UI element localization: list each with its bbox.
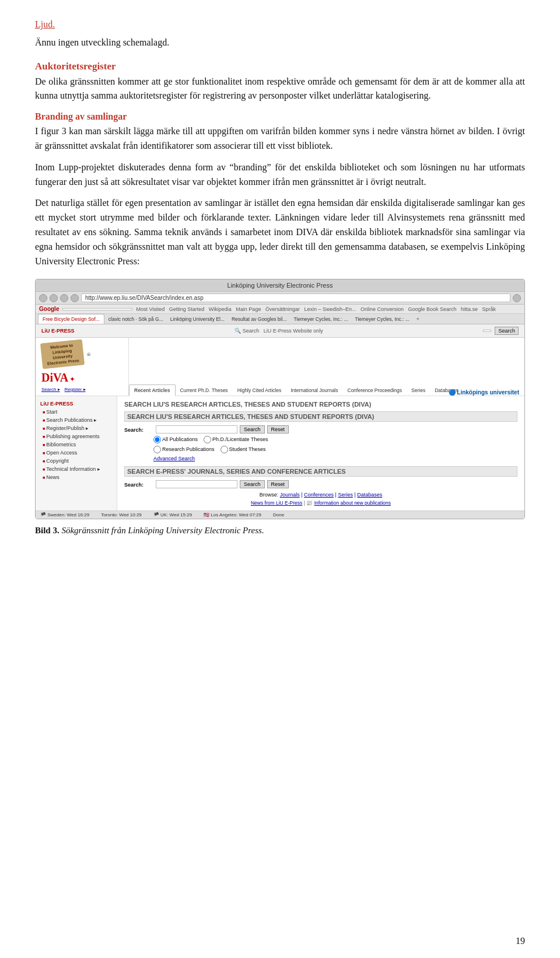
radio-all-pubs[interactable]: All Publications xyxy=(153,436,198,443)
browse-conferences[interactable]: Conferences xyxy=(304,492,334,498)
authority-heading: Auktoritetsregister xyxy=(35,61,525,72)
radio-group-1: All Publications Ph.D./Licentiate Theses xyxy=(153,436,517,443)
browser-back-btn[interactable] xyxy=(39,294,47,302)
sidebar-item-search[interactable]: Search Publications ▸ xyxy=(36,416,117,424)
tab-recent[interactable]: Recent Articles xyxy=(129,384,176,396)
sidebar-section-liu-ep: LiU E-PRESS xyxy=(36,400,117,408)
page-number: 19 xyxy=(516,936,525,946)
radio-student-theses[interactable]: Student Theses xyxy=(220,446,266,453)
search-header-btn[interactable]: Search xyxy=(495,327,519,335)
diva-star: ✦ xyxy=(69,375,75,383)
diva-logo: DiVA xyxy=(41,371,68,384)
google-label: Google xyxy=(39,306,59,312)
radio-group-2: Research Publications Student Theses xyxy=(153,446,517,453)
figure-caption: Bild 3. Sökgränssnitt från Linköping Uni… xyxy=(35,524,525,537)
tab-tiemeyer2[interactable]: Tiemeyer Cycles, Inc.: ... xyxy=(352,314,412,324)
search-link[interactable]: Search ▸ xyxy=(41,387,60,392)
figure-caption-bold: Bild 3. xyxy=(35,526,60,535)
tab-liu-el[interactable]: Linköping University El... xyxy=(167,314,228,324)
sidebar-item-technical[interactable]: Technical Information ▸ xyxy=(36,465,117,473)
sidebar-item-start[interactable]: Start xyxy=(36,408,117,416)
status-sweden: 🏴 Sweden: Wed 16:29 xyxy=(40,512,89,518)
search-title-main: SEARCH LIU'S RESEARCH ARTICLES, THESES A… xyxy=(124,401,517,408)
status-done: Done xyxy=(273,512,284,518)
main-heading: Ännu ingen utveckling schemalagd. xyxy=(35,36,525,50)
browser-toolbar: http://www.ep.liu.se/DIVASearch/index.en… xyxy=(36,292,524,305)
reset-btn-2[interactable]: Reset xyxy=(267,480,289,488)
browser-url-bar[interactable]: http://www.ep.liu.se/DIVASearch/index.en… xyxy=(81,293,510,302)
search-row-2: Search: Search Reset xyxy=(124,480,517,488)
university-icon: 🏛 xyxy=(87,352,91,356)
browser-content: LiU E-PRESS 🔍 Search LiU E-Press Website… xyxy=(36,324,524,518)
sidebar-item-news[interactable]: News xyxy=(36,473,117,481)
tab-resultat[interactable]: Resultat av Googles bil... xyxy=(229,314,290,324)
tab-clavic[interactable]: clavic notch · Sök på G... xyxy=(106,314,166,324)
search-box-header[interactable] xyxy=(483,330,491,332)
top-link[interactable]: Ljud. xyxy=(35,19,55,29)
status-toronto: Toronto: Wed 10:29 xyxy=(101,512,142,518)
tab-journals[interactable]: International Journals xyxy=(286,385,342,396)
liu-search-note: 🔍 Search LiU E-Press Website only xyxy=(235,328,323,334)
welcome-badge: Welcome toLinköping UniversityElectronic… xyxy=(40,340,85,370)
radio-phd-theses[interactable]: Ph.D./Licentiate Theses xyxy=(204,436,268,443)
search-input-1[interactable] xyxy=(156,425,237,433)
figure-caption-text: Sökgränssnitt från Linköping University … xyxy=(60,526,264,535)
branding-para1: I figur 3 kan man särskilt lägga märke t… xyxy=(35,124,525,153)
tab-tiemeyer[interactable]: Tiemeyer Cycles, Inc.: ... xyxy=(290,314,351,324)
search-btn-1[interactable]: Search xyxy=(240,425,265,433)
browse-journals[interactable]: Journals xyxy=(280,492,300,498)
status-uk: 🏴 UK: Wed 15:29 xyxy=(153,512,192,518)
advanced-search-link[interactable]: Advanced Search xyxy=(153,456,517,461)
branding-para2: Inom Lupp-projektet diskuterades denna f… xyxy=(35,160,525,190)
browse-links: Journals | Conferences | Series | Databa… xyxy=(280,492,383,498)
sidebar-item-copyright[interactable]: Copyright xyxy=(36,457,117,465)
browser-refresh-btn[interactable] xyxy=(60,294,68,302)
sidebar-item-publishing[interactable]: Publishing agreements xyxy=(36,432,117,440)
browse-row: Browse: Journals | Conferences | Series … xyxy=(124,492,517,498)
sidebar-item-bibliometrics[interactable]: Bibliometrics xyxy=(36,440,117,449)
tab-liu-ep[interactable]: Free Bicycle Design Sof... xyxy=(38,314,104,324)
tab-add[interactable]: + xyxy=(414,314,422,324)
reset-btn-1[interactable]: Reset xyxy=(267,425,289,433)
search-btn-2[interactable]: Search xyxy=(240,480,265,488)
browser-go-btn[interactable] xyxy=(513,294,521,302)
search-label-2: Search: xyxy=(124,481,153,488)
search-label: Search: xyxy=(124,426,153,433)
authority-body: De olika gränssnitten kommer att ge stor… xyxy=(35,75,525,104)
authority-section: Auktoritetsregister De olika gränssnitte… xyxy=(35,61,525,104)
browser-home-btn[interactable] xyxy=(71,294,79,302)
bookmarks-bar: Most Visited Getting Started Wikipedia M… xyxy=(136,306,496,312)
branding-section: Branding av samlingar I figur 3 kan man … xyxy=(35,111,525,268)
browser-forward-btn[interactable] xyxy=(50,294,58,302)
info-link[interactable]: Information about new publications xyxy=(314,500,391,506)
search-row-1: Search: Search Reset xyxy=(124,425,517,433)
radio-research-pubs[interactable]: Research Publications xyxy=(153,446,215,453)
branding-heading: Branding av samlingar xyxy=(35,111,525,122)
browser-screenshot: Linköping University Electronic Press ht… xyxy=(35,279,525,519)
sidebar-item-register[interactable]: Register/Publish ▸ xyxy=(36,424,117,432)
search-section1-title: SEARCH LIU'S RESEARCH ARTICLES, THESES A… xyxy=(124,411,517,422)
browse-label: Browse: xyxy=(260,492,279,498)
status-bar: 🏴 Sweden: Wed 16:29 Toronto: Wed 10:29 🏴… xyxy=(36,511,524,519)
status-la: 🇺🇸 Los Angeles: Wed 07:29 xyxy=(204,512,261,518)
tab-cited[interactable]: Highly Cited Articles xyxy=(233,385,286,396)
liu-ep-label: LiU E-PRESS xyxy=(41,328,75,334)
liu-uni-logo: 🔵 Linköpings universitet xyxy=(449,389,519,396)
tab-conference[interactable]: Conference Proceedings xyxy=(343,385,407,396)
search-section2-title: SEARCH E-PRESS' JOURNALS, SERIES AND CON… xyxy=(124,466,517,477)
browse-series[interactable]: Series xyxy=(338,492,353,498)
tab-series[interactable]: Series xyxy=(407,385,430,396)
sidebar-nav: LiU E-PRESS Start Search Publications ▸ … xyxy=(36,396,117,511)
tab-phd[interactable]: Current Ph.D. Theses xyxy=(176,385,233,396)
browser-title-bar: Linköping University Electronic Press xyxy=(36,279,524,292)
sidebar-item-open-access[interactable]: Open Access xyxy=(36,449,117,457)
search-input-2[interactable] xyxy=(156,480,237,488)
main-search-area: SEARCH LIU'S RESEARCH ARTICLES, THESES A… xyxy=(117,396,524,511)
browser-title: Linköping University Electronic Press xyxy=(228,282,333,289)
news-row: News from LiU E-Press | 📰 Information ab… xyxy=(124,500,517,506)
google-search-input[interactable] xyxy=(62,308,132,310)
register-link[interactable]: Register ▸ xyxy=(65,387,86,392)
browse-databases[interactable]: Databases xyxy=(357,492,382,498)
main-content-area: LiU E-PRESS Start Search Publications ▸ … xyxy=(36,396,524,511)
news-link[interactable]: News from LiU E-Press xyxy=(251,500,302,506)
